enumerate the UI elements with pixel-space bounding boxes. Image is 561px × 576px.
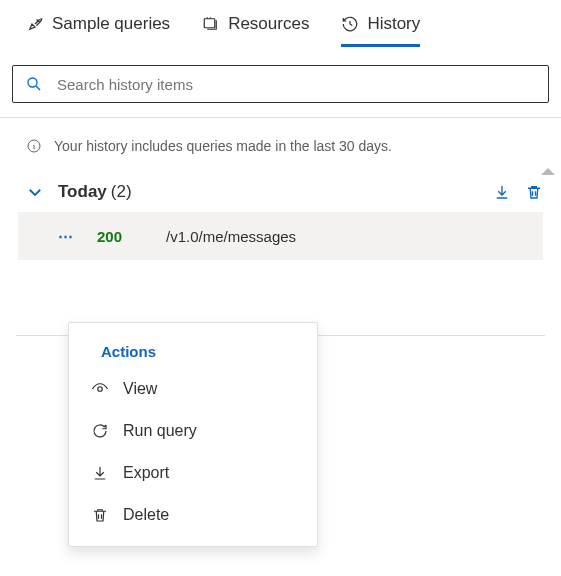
trash-icon bbox=[91, 506, 109, 524]
menu-item-run[interactable]: Run query bbox=[69, 410, 317, 452]
menu-item-view[interactable]: View bbox=[69, 368, 317, 410]
info-bar: Your history includes queries made in th… bbox=[0, 118, 561, 172]
search-box[interactable] bbox=[12, 65, 549, 103]
resources-icon bbox=[202, 15, 220, 33]
scroll-indicator-icon bbox=[541, 168, 555, 175]
menu-label: Export bbox=[123, 464, 169, 482]
download-icon bbox=[91, 464, 109, 482]
status-badge: 200 bbox=[97, 228, 122, 245]
menu-item-export[interactable]: Export bbox=[69, 452, 317, 494]
menu-item-delete[interactable]: Delete bbox=[69, 494, 317, 536]
refresh-icon bbox=[91, 422, 109, 440]
chevron-down-icon bbox=[26, 183, 44, 201]
group-count: (2) bbox=[111, 182, 132, 202]
history-group-header[interactable]: Today (2) bbox=[0, 172, 561, 212]
rocket-icon bbox=[26, 15, 44, 33]
info-icon bbox=[26, 138, 42, 154]
tab-label: Sample queries bbox=[52, 14, 170, 34]
group-title: Today bbox=[58, 182, 107, 202]
menu-label: View bbox=[123, 380, 157, 398]
actions-menu: Actions View Run query Export Delete bbox=[68, 322, 318, 547]
info-text: Your history includes queries made in th… bbox=[54, 138, 392, 154]
trash-icon[interactable] bbox=[525, 183, 543, 201]
svg-point-1 bbox=[28, 78, 37, 87]
search-icon bbox=[25, 75, 43, 93]
eye-icon bbox=[91, 380, 109, 398]
request-path: /v1.0/me/messages bbox=[166, 228, 296, 245]
menu-label: Run query bbox=[123, 422, 197, 440]
history-item[interactable]: ⋯ 200 /v1.0/me/messages bbox=[18, 212, 543, 260]
menu-title: Actions bbox=[69, 333, 317, 368]
tab-sample-queries[interactable]: Sample queries bbox=[26, 14, 170, 47]
menu-label: Delete bbox=[123, 506, 169, 524]
history-icon bbox=[341, 15, 359, 33]
tab-label: History bbox=[367, 14, 420, 34]
search-input[interactable] bbox=[57, 76, 536, 93]
download-icon[interactable] bbox=[493, 183, 511, 201]
tab-bar: Sample queries Resources History bbox=[0, 0, 561, 47]
tab-label: Resources bbox=[228, 14, 309, 34]
svg-rect-0 bbox=[204, 19, 215, 28]
tab-history[interactable]: History bbox=[341, 14, 420, 47]
more-icon[interactable]: ⋯ bbox=[58, 227, 73, 245]
tab-resources[interactable]: Resources bbox=[202, 14, 309, 47]
